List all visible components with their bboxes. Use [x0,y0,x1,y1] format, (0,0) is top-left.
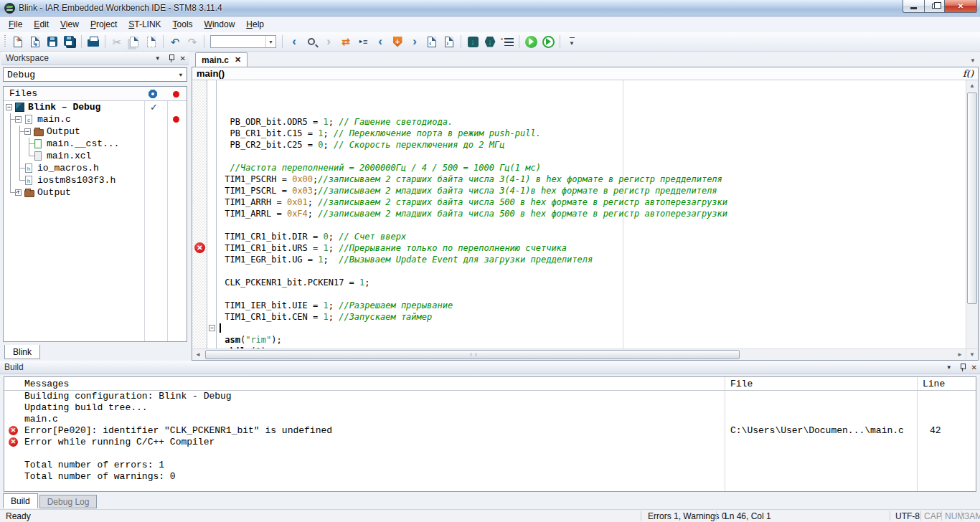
build-pin-icon[interactable] [959,364,966,371]
menu-item-file[interactable]: File [3,17,28,32]
fold-gutter[interactable]: − [207,80,217,348]
scroll-down-icon[interactable]: ▼ [966,349,978,360]
menu-item-project[interactable]: Project [85,17,123,32]
compile-list-button[interactable] [499,34,516,49]
workspace-tab-blink[interactable]: Blink [4,345,40,359]
redo-icon: ↷ [188,37,197,47]
toggle-bookmark-button[interactable]: ⇄ [337,34,354,49]
next-error-button[interactable]: › [440,34,458,49]
download-and-debug-button[interactable] [522,34,540,49]
paste-button[interactable] [143,34,160,49]
scroll-up-icon[interactable]: ▲ [966,80,978,91]
next-chevron-button[interactable]: › [406,34,423,49]
save-button[interactable] [44,34,61,49]
tree-connector [6,138,15,150]
horizontal-scrollbar-thumb[interactable] [205,350,740,359]
workspace-menu-icon[interactable]: ▼ [154,55,162,62]
menu-item-view[interactable]: View [55,17,85,32]
close-button[interactable]: ✕ [944,0,977,13]
open-file-button[interactable]: ↳ [27,34,44,49]
code-text: //записываем 2 старших байта числа 500 в… [318,197,727,207]
tab-label: main.c [202,55,229,65]
code-editor[interactable]: PB_ODR_bit.ODR5 = 1; // Гашение светодио… [217,80,966,348]
fold-collapse-icon[interactable]: − [209,325,215,331]
build-message-row[interactable]: Total number of errors: 1 [4,460,976,471]
code-text: ) [261,346,266,348]
toolbar-overflow-button[interactable]: ▼ [563,34,580,49]
toolbar-drag-handle[interactable] [4,35,7,48]
restore-button[interactable] [924,0,944,13]
close-icon: ✕ [958,2,963,10]
tree-item-iostm8s103f3-h[interactable]: hiostm8s103f3.h [4,174,187,186]
workspace-close-icon[interactable]: ✕ [180,54,186,62]
find-button[interactable] [303,34,320,49]
next-error-icon: › [445,37,453,47]
tab-list-dropdown-icon[interactable]: ▼ [970,57,976,64]
compile-list-icon [504,38,514,46]
minimize-button[interactable] [903,0,924,13]
build-message-row[interactable]: Total number of warnings: 0 [4,471,976,483]
menu-item-st-link[interactable]: ST-LINK [123,17,166,32]
build-close-icon[interactable]: ✕ [971,364,977,371]
tree-item-main-c[interactable]: −cmain.c [4,113,187,125]
vertical-scrollbar-thumb[interactable] [967,92,977,304]
build-menu-icon[interactable]: ▼ [945,364,953,371]
previous-error-button[interactable]: ‹ [423,34,440,49]
search-combo[interactable]: ▼ [210,35,276,48]
menu-item-help[interactable]: Help [240,17,270,32]
tree-item-main-cst-[interactable]: main.__cst... [4,138,187,150]
workspace-tab-label: Blink [13,347,32,357]
nav-back-button[interactable]: ‹ [286,34,303,49]
tab-debug-log[interactable]: Debug Log [39,495,98,508]
print-button[interactable] [85,34,102,49]
save-icon [47,37,57,47]
make-button[interactable]: ↓ [464,34,481,49]
code-line [220,151,966,162]
build-message-row[interactable] [4,448,976,460]
tree-item-io-macros-h[interactable]: hio_macros.h [4,162,187,174]
breakpoint-gutter[interactable]: ✕ [192,80,207,348]
new-document-button[interactable]: + [9,34,27,49]
code-text: CLK_PCKENR1_bit.PCKEN17 = [220,277,359,288]
debug-without-download-button[interactable] [540,34,557,49]
prev-chevron-button[interactable]: ‹ [372,34,389,49]
copy-button[interactable] [126,34,143,49]
project-icon [15,103,25,112]
tab-main-c[interactable]: main.c ✕ [195,52,248,67]
build-message-row[interactable]: ✕Error[Pe020]: identifier "CLK_PCKENR1_b… [4,425,976,437]
menu-item-tools[interactable]: Tools [167,17,199,32]
configuration-selector[interactable]: Debug ▼ [3,67,187,82]
horizontal-scrollbar[interactable]: ◄ ► [192,349,966,360]
tab-close-icon[interactable]: ✕ [235,55,241,65]
build-message-row[interactable]: Updating build tree... [4,402,976,414]
build-all-button[interactable]: ↓ [481,34,499,49]
build-message-row[interactable]: ✕Error while running C/C++ Compiler [4,437,976,448]
function-list-icon[interactable]: f() [963,68,974,79]
build-message-row[interactable]: Building configuration: Blink - Debug [4,391,976,402]
window-title: Blink - IAR Embedded Workbench IDE - STM… [19,3,222,13]
search-handle [315,44,319,48]
nav-forward-button[interactable]: › [320,34,337,49]
menu-item-window[interactable]: Window [199,17,241,32]
tree-item-output[interactable]: −Output [4,125,187,138]
tab-build[interactable]: Build [3,493,38,508]
save-all-button[interactable] [61,34,78,49]
scroll-right-icon[interactable]: ► [954,349,966,360]
undo-button[interactable]: ↶ [166,34,184,49]
tree-connector [15,138,24,150]
tree-item-blink-debug[interactable]: −Blink – Debug✓ [4,101,187,113]
scroll-left-icon[interactable]: ◄ [192,349,204,360]
next-bookmark-button[interactable]: ‣≡ [354,34,372,49]
build-message-row[interactable]: main.c [4,414,976,425]
breakpoint-shield-button[interactable]: + [389,34,406,49]
redo-button[interactable]: ↷ [184,34,201,49]
workspace-pin-icon[interactable] [168,54,174,62]
collapse-icon[interactable]: − [6,104,12,110]
tree-item-main-xcl[interactable]: main.xcl [4,150,187,162]
code-text: //Разрешаем прерывание [339,300,453,310]
menu-item-edit[interactable]: Edit [28,17,55,32]
tree-item-output[interactable]: +Output [4,186,187,199]
gear-icon[interactable] [149,90,157,98]
vertical-scrollbar[interactable]: ▲ [966,80,978,348]
cut-button[interactable]: ✂ [108,34,126,49]
